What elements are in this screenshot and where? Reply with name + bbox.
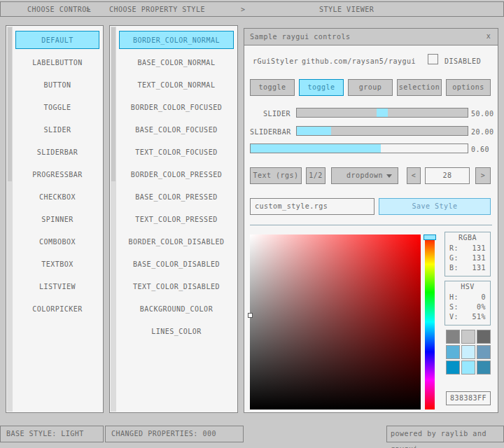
hsv-title: HSV bbox=[445, 281, 490, 293]
list-item-button[interactable]: BUTTON bbox=[15, 76, 99, 94]
list-item-text-color-focused[interactable]: TEXT_COLOR_FOCUSED bbox=[119, 143, 234, 161]
statusbar-powered-by: powered by raylib and raygui bbox=[386, 426, 504, 442]
slider-value: 50.00 bbox=[471, 109, 494, 119]
toggle-button-selection[interactable]: selection bbox=[397, 79, 442, 96]
toggle-button-1[interactable]: toggle bbox=[250, 79, 295, 96]
swatch-base-normal[interactable] bbox=[461, 330, 475, 344]
swatch-text-focused[interactable] bbox=[477, 345, 491, 359]
slider-knob[interactable] bbox=[377, 108, 388, 117]
h-value: 0 bbox=[481, 293, 486, 302]
list-item-lines-color[interactable]: LINES_COLOR bbox=[119, 322, 234, 340]
list-item-base-color-normal[interactable]: BASE_COLOR_NORMAL bbox=[119, 53, 234, 71]
slider[interactable] bbox=[296, 108, 468, 118]
step-style-viewer: STYLE VIEWER bbox=[319, 6, 374, 13]
scrollbar-thumb[interactable] bbox=[111, 27, 115, 181]
list-item-text-color-disabled[interactable]: TEXT_COLOR_DISABLED bbox=[119, 277, 234, 295]
properties-scrollbar[interactable] bbox=[111, 27, 116, 412]
list-item-base-color-focused[interactable]: BASE_COLOR_FOCUSED bbox=[119, 120, 234, 139]
properties-list-panel: BORDER_COLOR_NORMAL BASE_COLOR_NORMAL TE… bbox=[109, 25, 238, 413]
hue-bar-cursor[interactable] bbox=[424, 234, 436, 240]
list-item-base-color-disabled[interactable]: BASE_COLOR_DISABLED bbox=[119, 255, 234, 273]
swatch-border-normal[interactable] bbox=[446, 330, 460, 344]
swatch-text-normal[interactable] bbox=[477, 330, 491, 344]
v-label: V: bbox=[449, 312, 458, 322]
style-viewer-window: Sample raygui controls x rGuiStyler gith… bbox=[244, 28, 498, 413]
disabled-checkbox[interactable] bbox=[428, 54, 438, 64]
list-item-border-color-pressed[interactable]: BORDER_COLOR_PRESSED bbox=[119, 165, 234, 183]
list-item-border-color-disabled[interactable]: BORDER_COLOR_DISABLED bbox=[119, 232, 234, 251]
color-picker-gradient[interactable] bbox=[250, 234, 421, 410]
spinner-decrement-button[interactable]: < bbox=[407, 167, 421, 184]
toggle-button-group[interactable]: group bbox=[348, 79, 393, 96]
chevron-down-icon bbox=[386, 174, 392, 178]
chevron-separator-icon: > bbox=[86, 6, 91, 13]
spinner-value-box[interactable]: 28 bbox=[425, 167, 470, 184]
toggle-button-2-active[interactable]: toggle bbox=[299, 79, 344, 96]
dropdown-selected-label: dropdown bbox=[346, 172, 383, 179]
filename-textbox[interactable]: custom_style.rgs bbox=[250, 198, 374, 215]
swatch-text-pressed[interactable] bbox=[477, 360, 491, 374]
list-item-toggle[interactable]: TOGGLE bbox=[15, 98, 99, 116]
scrollbar-thumb[interactable] bbox=[8, 27, 12, 181]
statusbar-changed-properties: CHANGED PROPERTIES: 000 bbox=[105, 426, 244, 442]
window-title: Sample raygui controls bbox=[250, 33, 350, 41]
list-item-labelbutton[interactable]: LABELBUTTON bbox=[15, 53, 99, 71]
list-item-spinner[interactable]: SPINNER bbox=[15, 210, 99, 228]
list-item-checkbox[interactable]: CHECKBOX bbox=[15, 188, 99, 206]
sliderbar-fill bbox=[297, 127, 331, 135]
list-item-colorpicker[interactable]: COLORPICKER bbox=[15, 300, 99, 318]
list-item-background-color[interactable]: BACKGROUND_COLOR bbox=[119, 300, 234, 318]
hue-bar[interactable] bbox=[425, 234, 435, 410]
v-value: 51% bbox=[472, 312, 486, 322]
list-item-text-color-normal[interactable]: TEXT_COLOR_NORMAL bbox=[119, 76, 234, 94]
r-label: R: bbox=[449, 244, 458, 253]
swatch-border-pressed[interactable] bbox=[446, 360, 460, 374]
list-item-border-color-focused[interactable]: BORDER_COLOR_FOCUSED bbox=[119, 98, 234, 116]
h-label: H: bbox=[449, 293, 458, 302]
g-label: G: bbox=[449, 253, 458, 263]
spinner-increment-button[interactable]: > bbox=[475, 167, 491, 184]
list-item-listview[interactable]: LISTVIEW bbox=[15, 277, 99, 295]
r-value: 131 bbox=[472, 244, 486, 253]
swatch-base-focused[interactable] bbox=[461, 345, 475, 359]
chevron-separator-icon: > bbox=[241, 6, 246, 13]
list-item-textbox[interactable]: TEXTBOX bbox=[15, 255, 99, 273]
toggle-button-options[interactable]: options bbox=[446, 79, 491, 96]
rgba-group: RGBA R:131 G:131 B:131 bbox=[444, 232, 491, 276]
progress-bar-fill bbox=[251, 144, 381, 153]
style-color-swatches bbox=[446, 330, 493, 374]
disabled-checkbox-label: DISABLED bbox=[444, 57, 481, 66]
list-item-sliderbar[interactable]: SLIDERBAR bbox=[15, 143, 99, 161]
section-divider bbox=[250, 225, 492, 225]
hex-value-textbox[interactable]: 838383FF bbox=[446, 391, 491, 405]
list-item-base-color-pressed[interactable]: BASE_COLOR_PRESSED bbox=[119, 188, 234, 206]
controls-list-panel: DEFAULT LABELBUTTON BUTTON TOGGLE SLIDER… bbox=[6, 25, 104, 413]
rgba-title: RGBA bbox=[445, 232, 490, 244]
swatch-base-pressed[interactable] bbox=[461, 360, 475, 374]
repo-link[interactable]: github.com/raysan5/raygui bbox=[302, 57, 416, 66]
properties-list: BORDER_COLOR_NORMAL BASE_COLOR_NORMAL TE… bbox=[119, 31, 234, 344]
list-item-combobox[interactable]: COMBOBOX bbox=[15, 232, 99, 251]
slider-label: SLIDER bbox=[250, 109, 290, 119]
b-value: 131 bbox=[472, 263, 486, 273]
controls-list: DEFAULT LABELBUTTON BUTTON TOGGLE SLIDER… bbox=[15, 31, 99, 322]
b-label: B: bbox=[449, 263, 458, 273]
list-item-default[interactable]: DEFAULT bbox=[15, 31, 99, 49]
list-item-progressbar[interactable]: PROGRESSBAR bbox=[15, 165, 99, 183]
hsv-group: HSV H:0 S:0% V:51% bbox=[444, 281, 491, 326]
list-item-slider[interactable]: SLIDER bbox=[15, 120, 99, 139]
progress-bar bbox=[250, 144, 468, 153]
text-rgs-button[interactable]: Text (rgs) bbox=[250, 167, 302, 184]
list-item-border-color-normal[interactable]: BORDER_COLOR_NORMAL bbox=[119, 31, 234, 49]
list-item-text-color-pressed[interactable]: TEXT_COLOR_PRESSED bbox=[119, 210, 234, 228]
half-button[interactable]: 1/2 bbox=[306, 167, 326, 184]
g-value: 131 bbox=[472, 253, 486, 263]
controls-scrollbar[interactable] bbox=[7, 27, 13, 412]
close-button[interactable]: x bbox=[482, 30, 495, 43]
swatch-border-focused[interactable] bbox=[446, 345, 460, 359]
color-picker-cursor[interactable] bbox=[248, 313, 253, 318]
save-style-button[interactable]: Save Style bbox=[379, 198, 491, 215]
dropdown-combobox[interactable]: dropdown bbox=[331, 167, 398, 184]
window-titlebar[interactable]: Sample raygui controls x bbox=[244, 29, 498, 46]
sliderbar[interactable] bbox=[296, 126, 468, 136]
